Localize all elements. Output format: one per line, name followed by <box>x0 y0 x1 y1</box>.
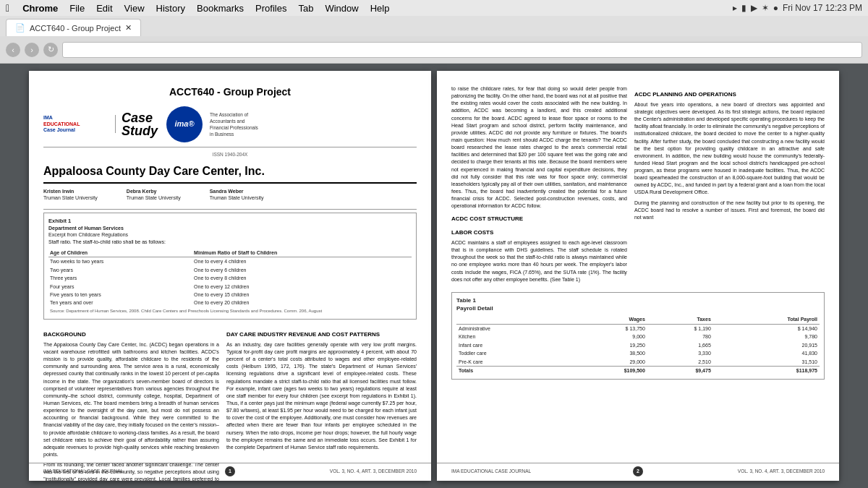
industry-para: As an industry, day care facilities gene… <box>226 341 417 451</box>
menu-window[interactable]: Window <box>319 3 364 14</box>
tab-label: ACCT640 - Group Project <box>30 24 121 33</box>
table-1-title: Table 1 <box>456 297 820 305</box>
payroll-wages-infant: 19,250 <box>569 341 647 349</box>
association-text: The Association ofAccountants andFinanci… <box>210 111 258 137</box>
wifi-icon: ▸ <box>733 3 737 13</box>
forward-button[interactable]: › <box>25 43 39 57</box>
author-3: Sandra Weber Truman State University <box>210 188 264 202</box>
body-columns: BACKGROUND The Appaloosa County Day Care… <box>43 325 417 481</box>
menubar:  Chrome File Edit View History Bookmark… <box>0 0 868 16</box>
staff-col2-header: Minimum Ratio of Staff to Children <box>192 249 412 257</box>
ima-case-journal: Case Journal <box>43 127 75 132</box>
payroll-taxes-infant: 1,665 <box>647 341 713 349</box>
tab-icon: 📄 <box>15 23 25 33</box>
menu-profiles[interactable]: Profiles <box>250 3 292 14</box>
page-2-footer: IMA EDUCATIONAL CASE JOURNAL 2 VOL. 3, N… <box>437 463 839 476</box>
exhibit-1: Exhibit 1 Department of Human Services E… <box>43 213 417 320</box>
page-1-footer: IMA EDUCATIONAL CASE JOURNAL 1 VOL. 3, N… <box>29 463 431 476</box>
staff-source: Source: Department of Human Services, 20… <box>48 307 412 314</box>
ima-logo-text: IMA EDUCATIONAL Case Journal <box>43 115 109 133</box>
left-column: BACKGROUND The Appaloosa County Day Care… <box>43 325 219 481</box>
refresh-button[interactable]: ↻ <box>43 43 58 57</box>
payroll-total-prek: 31,510 <box>713 358 820 367</box>
author-3-name: Sandra Weber <box>210 188 264 194</box>
menu-view[interactable]: View <box>119 3 150 14</box>
page-1-number: 1 <box>225 466 235 476</box>
volume-icon: ▶ <box>751 3 757 13</box>
search-icon[interactable]: ● <box>773 3 778 13</box>
background-title: BACKGROUND <box>43 331 219 339</box>
staff-age-1: Two weeks to two years <box>48 257 192 266</box>
footer-2-right: VOL. 3, NO. 4, ART. 3, DECEMBER 2010 <box>649 468 825 475</box>
staff-table: Age of Children Minimum Ratio of Staff t… <box>48 249 412 314</box>
labor-title: LABOR COSTS <box>451 229 627 237</box>
payroll-taxes-toddler: 3,330 <box>647 349 713 357</box>
menu-edit[interactable]: Edit <box>90 3 118 14</box>
bluetooth-icon: ✶ <box>762 3 769 13</box>
payroll-col-total: Total Payroll <box>713 315 820 324</box>
tab-bar: 📄 ACCT640 - Group Project ✕ <box>0 16 868 36</box>
payroll-table: Wages Taxes Total Payroll Administrative… <box>456 315 820 374</box>
ima-logo: IMA EDUCATIONAL Case Journal <box>43 115 116 133</box>
payroll-label-infant: Infant care <box>456 341 569 349</box>
background-para-1: The Appaloosa County Day Care Center, In… <box>43 341 219 458</box>
payroll-label-admin: Administrative <box>456 324 569 333</box>
menubar-right: ▸ ▮ ▶ ✶ ● Fri Nov 17 12:23 PM <box>733 3 862 13</box>
authors-divider <box>43 209 417 210</box>
payroll-total-toddler: 41,830 <box>713 349 820 357</box>
article-title: Appaloosa County Day Care Center, Inc. <box>43 164 417 178</box>
menu-history[interactable]: History <box>150 3 191 14</box>
staff-age-6: Ten years and over <box>48 299 192 307</box>
back-button[interactable]: ‹ <box>6 43 20 57</box>
payroll-wages-totals: $109,500 <box>569 367 647 375</box>
authors: Kristen Irwin Truman State University De… <box>43 188 417 202</box>
footer-2-left: IMA EDUCATIONAL CASE JOURNAL <box>451 468 627 475</box>
tab-close[interactable]: ✕ <box>125 23 132 33</box>
author-2-name: Debra Kerby <box>127 188 181 194</box>
menu-bookmarks[interactable]: Bookmarks <box>191 3 250 14</box>
exhibit-excerpt: Excerpt from Childcare Regulations <box>48 231 412 238</box>
menu-help[interactable]: Help <box>365 3 396 14</box>
exhibit-title: Exhibit 1 <box>48 218 412 225</box>
exhibit-dept: Department of Human Services <box>48 225 412 231</box>
author-3-school: Truman State University <box>210 194 264 201</box>
ima-name: IMA <box>43 115 53 120</box>
active-tab[interactable]: 📄 ACCT640 - Group Project ✕ <box>6 19 141 36</box>
staff-source-row: Source: Department of Human Services, 20… <box>48 307 412 314</box>
pdf-pages: ACCT640 - Group Project IMA EDUCATIONAL … <box>29 71 839 481</box>
apple-menu[interactable]:  <box>6 2 9 14</box>
menu-file[interactable]: File <box>64 3 90 14</box>
table-1: Table 1 Payroll Detail Wages Taxes Total… <box>451 292 825 380</box>
staff-ratio-3: One to every 8 children <box>192 274 412 282</box>
author-1-school: Truman State University <box>43 194 98 201</box>
payroll-total-admin: $ 14,940 <box>713 324 820 333</box>
right-column: DAY CARE INDUSTRY REVENUE AND COST PATTE… <box>226 325 417 481</box>
payroll-wages-toddler: 38,500 <box>569 349 647 357</box>
p2-intro: to raise the childcare rates, for fear t… <box>451 85 627 210</box>
payroll-total-totals: $118,975 <box>713 367 820 375</box>
page-title: ACCT640 - Group Project <box>43 85 417 99</box>
staff-ratio-5: One to every 15 children <box>192 291 412 299</box>
author-1-name: Kristen Irwin <box>43 188 98 194</box>
payroll-label-toddler: Toddler care <box>456 349 569 357</box>
staff-row-3: Three years One to every 8 children <box>48 274 412 282</box>
menu-chrome[interactable]: Chrome <box>17 3 64 14</box>
staff-age-5: Five years to ten years <box>48 291 192 299</box>
payroll-wages-prek: 29,000 <box>569 358 647 367</box>
address-bar[interactable] <box>62 42 862 58</box>
issn: ISSN 1940-204X <box>43 152 417 158</box>
author-2-school: Truman State University <box>127 194 181 201</box>
clock: Fri Nov 17 12:23 PM <box>783 3 862 13</box>
labor-text: ACDC maintains a staff of employees assi… <box>451 239 627 283</box>
staff-ratio-2: One to every 6 children <box>192 266 412 274</box>
staff-row-2: Two years One to every 6 children <box>48 266 412 274</box>
industry-title: DAY CARE INDUSTRY REVENUE AND COST PATTE… <box>226 331 417 339</box>
footer-1-right: VOL. 3, NO. 4, ART. 3, DECEMBER 2010 <box>241 468 417 475</box>
browser: 📄 ACCT640 - Group Project ✕ ‹ › ↻ ACCT64… <box>0 16 868 488</box>
planning-para-1: About five years into operations, a new … <box>634 101 825 197</box>
staff-age-3: Three years <box>48 274 192 282</box>
menu-tab[interactable]: Tab <box>292 3 319 14</box>
staff-ratio-1: One to every 4 children <box>192 257 412 266</box>
payroll-row-kitchen: Kitchen 9,000 780 9,780 <box>456 333 820 341</box>
battery-icon: ▮ <box>741 3 746 13</box>
